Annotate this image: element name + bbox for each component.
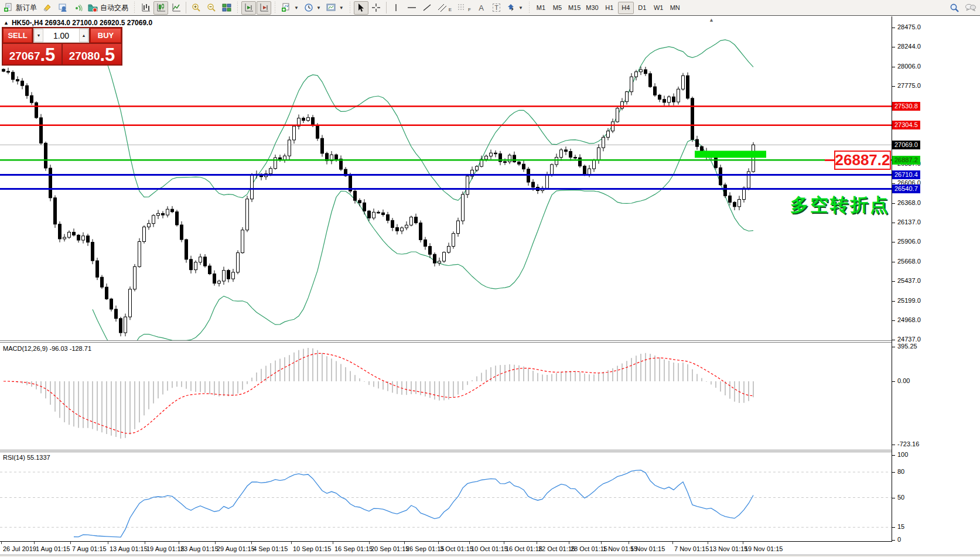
zoom-in-button[interactable] — [189, 1, 203, 15]
add-indicator-icon — [281, 3, 291, 12]
price-tick-label: 28244.0 — [897, 43, 921, 50]
search-icon — [950, 3, 959, 13]
timeframe-m5[interactable]: M5 — [549, 2, 565, 14]
clock-icon — [304, 3, 313, 12]
trendline-button[interactable] — [420, 1, 435, 15]
tile-windows-button[interactable] — [219, 1, 234, 15]
horizontal-line-button[interactable] — [404, 1, 419, 15]
vertical-line-button[interactable] — [389, 1, 404, 15]
price-tick-label: 25906.0 — [897, 238, 921, 245]
volume-spinner: ▼ 1.00 ▲ — [33, 28, 89, 43]
timeframe-d1[interactable]: D1 — [634, 2, 650, 14]
dropdown-caret-icon: ▼ — [316, 5, 321, 11]
candlestick-chart-icon — [156, 3, 166, 12]
eraser-button[interactable] — [40, 1, 54, 15]
search-button[interactable] — [947, 1, 962, 15]
scroll-marker-icon[interactable]: ▲ — [709, 17, 714, 23]
date-tick — [179, 542, 179, 544]
axis-tick — [892, 498, 895, 498]
text-label-button[interactable]: T — [489, 1, 504, 15]
toolbar-separator — [186, 2, 186, 13]
sell-button[interactable]: SELL — [3, 28, 32, 43]
date-label: 28 Oct 01:15 — [571, 545, 607, 552]
date-label: 1 Aug 01:15 — [36, 545, 70, 552]
main-price-chart[interactable] — [0, 16, 892, 340]
toolbar-separator — [386, 2, 387, 13]
chat-icon — [965, 3, 976, 12]
periods-button[interactable]: ▼ — [302, 1, 323, 15]
date-label: 26 Sep 01:15 — [406, 545, 444, 552]
rsi-indicator-pane[interactable] — [0, 452, 892, 541]
equidistant-channel-button[interactable]: E — [435, 1, 454, 15]
price-tick-label: 25437.0 — [897, 277, 921, 284]
add-indicator-button[interactable]: ▼ — [279, 1, 301, 15]
timeframe-m30[interactable]: M30 — [583, 2, 600, 14]
toolbar-drag-handle — [133, 2, 136, 13]
timeframe-h1[interactable]: H1 — [602, 2, 617, 14]
axis-tick — [892, 301, 895, 302]
date-label: 20 Sep 01:15 — [371, 545, 409, 552]
arrows-button[interactable]: ▼ — [504, 1, 525, 15]
chart-shift-icon — [244, 3, 254, 12]
autotrade-label: 自动交易 — [100, 3, 128, 13]
sell-price-frac: .5 — [40, 46, 55, 64]
buy-price[interactable]: 27080 .5 — [63, 44, 121, 64]
axis-tick — [892, 28, 895, 28]
price-level-badge: 26710.4 — [892, 170, 920, 179]
price-tick-label: 27775.0 — [897, 82, 921, 89]
price-level-badge: 27530.8 — [892, 102, 920, 111]
buy-price-frac: .5 — [100, 46, 115, 64]
volume-value[interactable]: 1.00 — [43, 29, 79, 42]
signal-button[interactable] — [70, 1, 85, 15]
date-label: 23 Aug 01:15 — [180, 545, 218, 552]
line-chart-button[interactable] — [169, 1, 183, 15]
candlestick-chart-button[interactable] — [153, 1, 168, 15]
chart-region: 28475.028244.028006.027775.026837.026606… — [0, 16, 980, 557]
price-level-badge: 26540.7 — [892, 184, 920, 193]
rsi-tick-label: 80 — [897, 468, 904, 475]
buy-button[interactable]: BUY — [90, 28, 121, 43]
timeframe-m15[interactable]: M15 — [566, 2, 583, 14]
macd-indicator-pane[interactable] — [0, 343, 892, 450]
turning-point-annotation[interactable]: 多空转折点 — [790, 193, 890, 217]
panel-collapse-icon[interactable]: ▲ — [4, 20, 9, 26]
auto-scroll-button[interactable] — [257, 1, 271, 15]
chart-shift-button[interactable] — [241, 1, 256, 15]
toolbar-drag-handle — [236, 2, 239, 13]
templates-button[interactable]: ▼ — [324, 1, 346, 15]
date-label: 7 Nov 01:15 — [674, 545, 709, 552]
date-tick — [569, 542, 569, 544]
price-tick-label: 28006.0 — [897, 63, 921, 70]
date-tick — [108, 542, 108, 544]
zoom-out-button[interactable] — [204, 1, 218, 15]
new-order-button[interactable]: 新订单 — [1, 1, 39, 15]
toolbar-drag-handle — [274, 2, 276, 13]
toolbar-drag-handle — [349, 2, 351, 13]
sell-price[interactable]: 27067 .5 — [3, 44, 62, 64]
timeframe-m1[interactable]: M1 — [533, 2, 549, 14]
axis-tick — [892, 340, 895, 340]
axis-tick — [892, 540, 895, 541]
text-tool-letter: A — [479, 4, 484, 12]
cursor-button[interactable] — [354, 1, 368, 15]
level-callout[interactable]: 26887.2 — [834, 151, 891, 170]
text-button[interactable]: A — [474, 1, 489, 15]
date-tick — [369, 542, 370, 544]
toolbar-drag-handle — [528, 2, 531, 13]
profile-button[interactable] — [55, 1, 70, 15]
axis-tick — [892, 445, 895, 445]
date-tick — [469, 542, 470, 544]
chat-button[interactable] — [962, 1, 979, 15]
fibonacci-button[interactable]: F — [455, 1, 473, 15]
axis-tick — [892, 527, 895, 528]
timeframe-h4[interactable]: H4 — [618, 2, 634, 14]
date-label: 13 Aug 01:15 — [110, 545, 148, 552]
timeframe-mn[interactable]: MN — [667, 2, 683, 14]
timeframe-w1[interactable]: W1 — [651, 2, 667, 14]
date-tick — [601, 542, 602, 544]
autotrade-button[interactable]: 自动交易 — [86, 1, 131, 15]
volume-increase-button[interactable]: ▲ — [79, 29, 88, 42]
crosshair-button[interactable] — [369, 1, 384, 15]
volume-decrease-button[interactable]: ▼ — [34, 29, 43, 42]
bar-chart-button[interactable] — [138, 1, 153, 15]
